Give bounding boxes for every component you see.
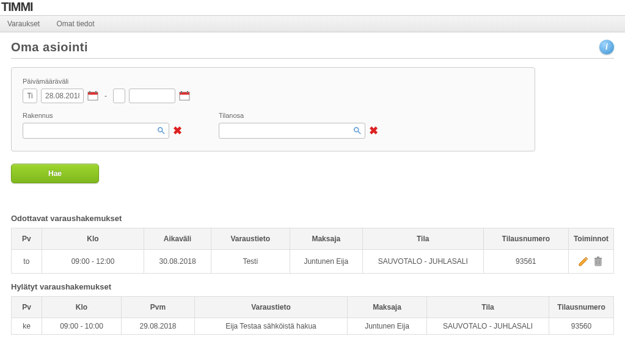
building-label: Rakennus xyxy=(23,112,182,119)
date-dash: - xyxy=(102,92,109,100)
cell-tilausnumero: 93561 xyxy=(483,250,568,274)
cell-varaustieto: Testi xyxy=(211,250,290,274)
svg-rect-2 xyxy=(89,91,90,93)
date-range-label: Päivämääräväli xyxy=(23,78,524,85)
th-tilausnumero: Tilausnumero xyxy=(549,297,614,318)
svg-point-8 xyxy=(158,128,163,132)
th-pv: Pv xyxy=(12,297,42,318)
edit-icon[interactable] xyxy=(578,256,589,267)
cell-varaustieto: Eija Testaa sähköistä hakua xyxy=(195,318,348,335)
day-to-input[interactable] xyxy=(113,89,125,103)
date-from-input[interactable] xyxy=(41,89,84,103)
pending-title: Odottavat varaushakemukset xyxy=(11,214,614,223)
cell-pv: ke xyxy=(12,318,42,335)
svg-rect-13 xyxy=(594,258,602,259)
cell-tila: SAUVOTALO - JUHLASALI xyxy=(427,318,549,335)
th-toiminnot: Toiminnot xyxy=(568,228,613,250)
svg-rect-3 xyxy=(95,91,97,93)
cell-tila: SAUVOTALO - JUHLASALI xyxy=(362,250,483,274)
th-varaustieto: Varaustieto xyxy=(211,228,290,250)
main-nav: Varaukset Omat tiedot xyxy=(0,16,625,32)
th-klo: Klo xyxy=(42,297,122,318)
day-from-input[interactable] xyxy=(23,89,37,103)
rejected-table: Pv Klo Pvm Varaustieto Maksaja Tila Tila… xyxy=(11,296,614,335)
cell-klo: 09:00 - 12:00 xyxy=(42,250,144,274)
cell-pvm: 29.08.2018 xyxy=(122,318,195,335)
rejected-title: Hylätyt varaushakemukset xyxy=(11,282,614,291)
date-to-input[interactable] xyxy=(129,89,175,103)
th-pv: Pv xyxy=(12,228,42,250)
th-klo: Klo xyxy=(42,228,144,250)
search-button[interactable]: Hae xyxy=(11,164,99,183)
nav-omat-tiedot[interactable]: Omat tiedot xyxy=(49,20,101,28)
svg-rect-7 xyxy=(187,91,188,93)
cell-aikavali: 30.08.2018 xyxy=(144,250,211,274)
th-maksaja: Maksaja xyxy=(290,228,362,250)
cell-maksaja: Juntunen Eija xyxy=(348,318,427,335)
svg-point-10 xyxy=(354,128,359,132)
th-tilausnumero: Tilausnumero xyxy=(483,228,568,250)
svg-rect-14 xyxy=(597,257,599,258)
th-pvm: Pvm xyxy=(122,297,195,318)
svg-line-11 xyxy=(358,131,360,134)
table-row: ke 09:00 - 10:00 29.08.2018 Eija Testaa … xyxy=(12,318,614,335)
clear-roompart-icon[interactable]: ✖ xyxy=(367,124,378,137)
clear-building-icon[interactable]: ✖ xyxy=(170,124,182,137)
search-panel: Päivämääräväli - Rakennus ✖ xyxy=(11,67,535,151)
trash-icon[interactable] xyxy=(593,256,604,267)
svg-line-9 xyxy=(162,131,164,134)
building-input[interactable] xyxy=(23,123,169,139)
roompart-input[interactable] xyxy=(219,123,365,139)
cell-pv: to xyxy=(12,250,42,274)
th-varaustieto: Varaustieto xyxy=(195,297,348,318)
search-icon[interactable] xyxy=(353,126,362,135)
calendar-to-icon[interactable] xyxy=(179,90,190,101)
th-tila: Tila xyxy=(427,297,549,318)
th-tila: Tila xyxy=(362,228,483,250)
svg-rect-6 xyxy=(181,91,182,93)
search-icon[interactable] xyxy=(157,126,166,135)
roompart-label: Tilanosa xyxy=(219,112,378,119)
pending-table: Pv Klo Aikaväli Varaustieto Maksaja Tila… xyxy=(11,228,614,274)
cell-maksaja: Juntunen Eija xyxy=(290,250,362,274)
table-row: to 09:00 - 12:00 30.08.2018 Testi Juntun… xyxy=(12,250,614,274)
nav-varaukset[interactable]: Varaukset xyxy=(0,20,47,28)
th-maksaja: Maksaja xyxy=(348,297,427,318)
cell-klo: 09:00 - 10:00 xyxy=(42,318,122,335)
cell-tilausnumero: 93560 xyxy=(549,318,614,335)
th-aikavali: Aikaväli xyxy=(144,228,211,250)
app-logo: TIMMI xyxy=(0,0,625,14)
calendar-from-icon[interactable] xyxy=(87,90,98,101)
info-icon[interactable]: i xyxy=(599,40,614,54)
page-title: Oma asiointi xyxy=(11,40,88,54)
